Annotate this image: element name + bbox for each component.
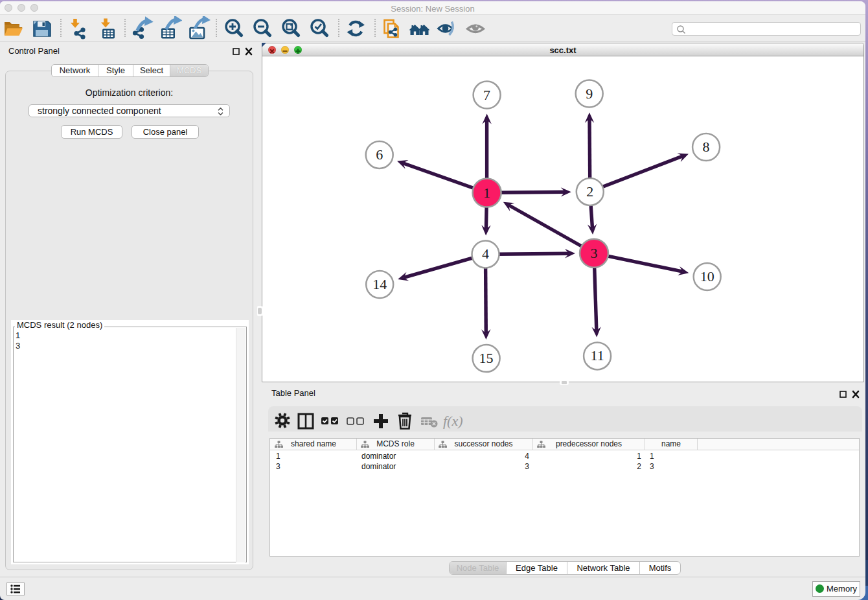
svg-text:14: 14 — [372, 276, 387, 292]
svg-text:8: 8 — [703, 139, 710, 155]
svg-text:f(x): f(x) — [443, 413, 463, 429]
svg-text:10: 10 — [700, 268, 714, 284]
svg-text:6: 6 — [376, 146, 383, 163]
svg-text:3: 3 — [591, 245, 598, 261]
svg-text:7: 7 — [483, 87, 490, 103]
svg-text:15: 15 — [479, 350, 494, 366]
svg-text:4: 4 — [482, 246, 489, 262]
svg-text:1: 1 — [483, 185, 490, 201]
svg-text:9: 9 — [586, 86, 593, 102]
svg-text:2: 2 — [586, 183, 593, 200]
svg-text:11: 11 — [591, 347, 604, 363]
